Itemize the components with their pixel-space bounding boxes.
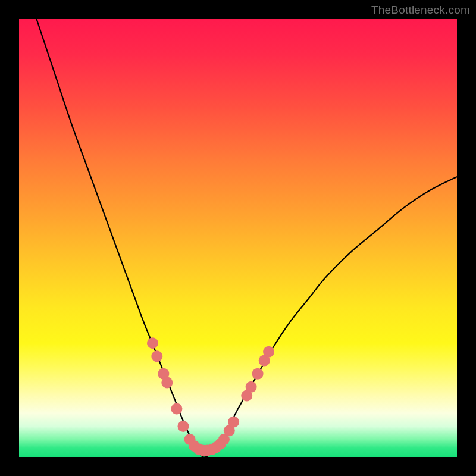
sample-dot (178, 421, 189, 432)
chart-frame: TheBottleneck.com (0, 0, 476, 476)
sample-dot (151, 350, 162, 362)
sample-dot (161, 377, 173, 388)
watermark-text: TheBottleneck.com (371, 4, 470, 17)
sample-dots (147, 337, 274, 456)
sample-dot (252, 368, 264, 380)
sample-dot (263, 346, 274, 358)
sample-dot (171, 403, 182, 415)
sample-dot (246, 381, 257, 393)
plot-area (19, 19, 457, 457)
chart-svg (19, 19, 457, 457)
sample-dot (228, 416, 239, 428)
sample-dot (147, 337, 158, 349)
